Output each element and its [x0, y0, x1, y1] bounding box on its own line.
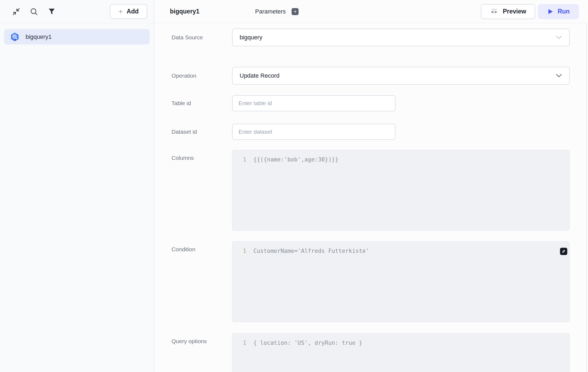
add-parameter-button[interactable]: +: [292, 8, 299, 15]
dataset-id-input[interactable]: [232, 124, 396, 140]
chevron-down-icon: [556, 74, 562, 78]
query-sidebar: + Add bigquery1: [0, 0, 154, 372]
eye-icon: [490, 8, 498, 15]
columns-code-editor[interactable]: 1 {{({name:'bob',age:30})}}: [232, 150, 570, 231]
plus-icon: +: [118, 8, 123, 15]
sidebar-toolbar: + Add: [0, 0, 154, 23]
data-source-value: bigquery: [240, 34, 262, 41]
editor-header: bigquery1 Parameters +: [154, 0, 588, 23]
operation-select[interactable]: Update Record: [232, 67, 570, 85]
query-item-label: bigquery1: [26, 33, 52, 40]
run-button[interactable]: Run: [538, 4, 579, 19]
add-button-label: Add: [127, 8, 139, 15]
field-row-condition: Condition 1 CustomerName='Alfreds Futter…: [172, 241, 588, 322]
app-window: + Add bigquery1: [0, 0, 588, 372]
query-editor-panel: bigquery1 Parameters +: [154, 0, 588, 372]
query-options-code-text: { location: 'US', dryRun: true }: [253, 339, 362, 347]
columns-label: Columns: [172, 150, 232, 161]
condition-code-editor[interactable]: 1 CustomerName='Alfreds Futterkiste': [232, 241, 570, 322]
query-form: Data Source bigquery Operation Update Re…: [154, 23, 588, 372]
run-button-label: Run: [558, 8, 570, 15]
filter-icon: [48, 8, 55, 15]
code-line: 1 {{({name:'bob',age:30})}}: [232, 156, 569, 163]
field-row-columns: Columns 1 {{({name:'bob',age:30})}}: [172, 150, 588, 231]
add-query-button[interactable]: + Add: [110, 4, 147, 19]
table-id-input[interactable]: [232, 95, 396, 111]
columns-code-text: {{({name:'bob',age:30})}}: [253, 156, 338, 163]
query-options-label: Query options: [172, 333, 232, 345]
data-source-label: Data Source: [172, 34, 232, 41]
search-icon: [30, 8, 38, 16]
table-id-label: Table id: [172, 100, 232, 106]
query-list-item-bigquery1[interactable]: bigquery1: [4, 29, 150, 44]
operation-label: Operation: [172, 73, 232, 79]
query-options-code-editor[interactable]: 1 { location: 'US', dryRun: true }: [232, 333, 570, 372]
field-row-operation: Operation Update Record: [172, 67, 588, 85]
code-line: 1 CustomerName='Alfreds Futterkiste': [232, 247, 569, 255]
preview-button[interactable]: Preview: [481, 4, 535, 19]
expand-editor-button[interactable]: [560, 248, 567, 255]
play-icon: [547, 8, 554, 15]
preview-button-label: Preview: [503, 8, 526, 15]
chevron-down-icon: [556, 36, 562, 39]
field-row-dataset-id: Dataset id: [172, 124, 588, 140]
query-title: bigquery1: [170, 8, 200, 15]
dataset-id-label: Dataset id: [172, 129, 232, 135]
condition-label: Condition: [172, 241, 232, 253]
search-button[interactable]: [29, 6, 39, 17]
filter-button[interactable]: [46, 6, 57, 17]
field-row-table-id: Table id: [172, 95, 588, 111]
code-line: 1 { location: 'US', dryRun: true }: [232, 339, 569, 347]
line-number: 1: [232, 339, 246, 347]
expand-icon: [561, 249, 566, 254]
condition-code-text: CustomerName='Alfreds Futterkiste': [253, 247, 369, 255]
bigquery-icon: [10, 32, 20, 42]
collapse-panel-button[interactable]: [11, 6, 22, 17]
field-row-data-source: Data Source bigquery: [172, 29, 588, 46]
collapse-icon: [12, 8, 20, 16]
header-actions: Preview Run: [481, 4, 579, 19]
query-list: bigquery1: [0, 23, 154, 50]
parameters-label: Parameters: [255, 8, 286, 15]
operation-value: Update Record: [240, 72, 279, 79]
data-source-select[interactable]: bigquery: [232, 29, 570, 46]
line-number: 1: [232, 247, 246, 255]
parameters-group: Parameters +: [255, 8, 299, 15]
line-number: 1: [232, 156, 246, 163]
field-row-query-options: Query options 1 { location: 'US', dryRun…: [172, 333, 588, 372]
